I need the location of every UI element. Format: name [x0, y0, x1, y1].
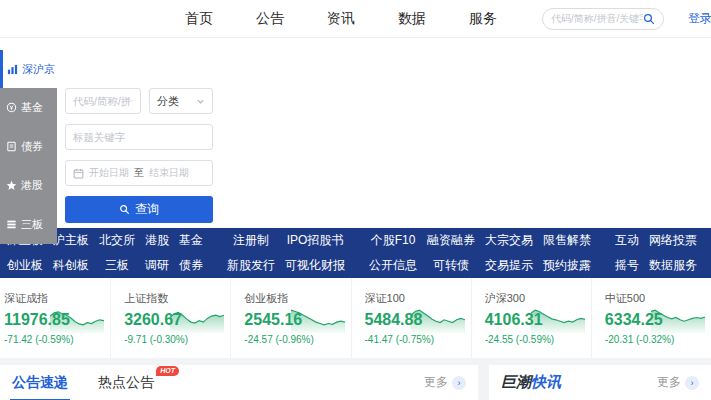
index-card-szcz[interactable]: 深证成指 11976.85 -71.42 (-0.59%)	[0, 278, 110, 358]
search-icon	[119, 204, 130, 215]
mega-link[interactable]: 债券	[179, 257, 203, 274]
sparkline-chart	[411, 303, 465, 333]
end-date-placeholder[interactable]: 结束日期	[149, 166, 189, 180]
sidebar-item-hk-stocks[interactable]: 港股	[0, 166, 57, 205]
sparkline-chart	[651, 303, 705, 333]
arrow-right-icon: ›	[685, 376, 699, 390]
index-card-szzs[interactable]: 上证指数 3260.67 -9.71 (-0.30%)	[110, 278, 230, 358]
sidebar-item-funds[interactable]: 基金	[0, 88, 57, 127]
index-name: 深证100	[365, 291, 411, 306]
global-search-input[interactable]	[551, 13, 643, 24]
star-icon	[6, 180, 17, 191]
mega-link[interactable]: 基金	[179, 232, 203, 249]
mega-link[interactable]: 限售解禁	[543, 232, 591, 249]
mega-link[interactable]: 预约披露	[543, 257, 591, 274]
mega-link[interactable]: 创业板	[7, 257, 43, 274]
global-search[interactable]	[542, 8, 664, 30]
arrow-right-icon: ›	[452, 376, 466, 390]
search-icon[interactable]	[643, 13, 655, 25]
category-value: 分类	[157, 94, 179, 109]
query-button[interactable]: 查询	[65, 196, 213, 223]
bottom-section: 公告速递 热点公告 HOT 更多 › 巨潮快讯 更多 ›	[0, 358, 711, 400]
index-card-cybz[interactable]: 创业板指 2545.16 -24.57 (-0.96%)	[230, 278, 350, 358]
code-input[interactable]	[73, 95, 133, 107]
index-change: -41.47 (-0.75%)	[365, 334, 411, 345]
mega-link[interactable]: 公开信息	[369, 257, 417, 274]
calendar-icon	[73, 168, 84, 179]
sidebar-item-label: 深沪京	[22, 62, 55, 77]
index-card-hs300[interactable]: 沪深300 4106.31 -24.55 (-0.59%)	[471, 278, 591, 358]
announcements-panel: 公告速递 热点公告 HOT 更多 ›	[0, 365, 478, 400]
index-card-zz500[interactable]: 中证500 6334.25 -20.31 (-0.32%)	[591, 278, 711, 358]
date-separator: 至	[134, 166, 144, 180]
mega-link[interactable]: 三板	[99, 257, 135, 274]
mega-group-ipo: 注册制 新股发行 IPO招股书 可视化财报	[222, 232, 350, 274]
mega-link[interactable]: 融资融券	[427, 232, 475, 249]
start-date-placeholder[interactable]: 开始日期	[89, 166, 129, 180]
hot-badge: HOT	[156, 366, 179, 376]
mega-link[interactable]: 个股F10	[369, 232, 417, 249]
mega-group-services: 互动 摇号 网络投票 数据服务	[610, 232, 702, 274]
login-link[interactable]: 登录	[688, 10, 711, 27]
index-strip: 深证成指 11976.85 -71.42 (-0.59%) 上证指数 3260.…	[0, 278, 711, 358]
mega-nav: 深主板 创业板 沪主板 科创板 北交所 三板 港股 调研 基金 债券 注册制 新…	[0, 228, 711, 278]
mega-link[interactable]: 北交所	[99, 232, 135, 249]
mega-link[interactable]: 沪主板	[53, 232, 89, 249]
mega-link[interactable]: 数据服务	[649, 257, 697, 274]
fund-icon	[6, 102, 17, 113]
mega-link[interactable]: 大宗交易	[485, 232, 533, 249]
sparkline-chart	[50, 303, 104, 333]
mega-link[interactable]: 可视化财报	[285, 257, 345, 274]
mega-link[interactable]: 港股	[145, 232, 169, 249]
sparkline-chart	[291, 303, 345, 333]
sidebar-item-third-board[interactable]: 三板	[0, 205, 57, 244]
mega-link[interactable]: 调研	[145, 257, 169, 274]
tab-hot-announcements[interactable]: 热点公告 HOT	[98, 374, 154, 392]
juchao-news-panel: 巨潮快讯 更多 ›	[489, 365, 711, 400]
main-area: 深沪京 基金 债券	[0, 38, 711, 228]
mega-group-stock-info: 个股F10 公开信息 融资融券 可转债 大宗交易 交易提示 限售解禁 预约披露	[364, 232, 596, 274]
mega-link[interactable]: 可转债	[427, 257, 475, 274]
nav-news[interactable]: 资讯	[327, 10, 355, 28]
nav-data[interactable]: 数据	[398, 10, 426, 28]
mega-link[interactable]: 网络投票	[649, 232, 697, 249]
sparkline-chart	[531, 303, 585, 333]
category-select[interactable]: 分类	[149, 88, 213, 114]
keyword-input[interactable]	[73, 131, 205, 143]
mega-link[interactable]: 新股发行	[227, 257, 275, 274]
sidebar-item-shenhujing[interactable]: 深沪京	[0, 50, 57, 88]
nav-home[interactable]: 首页	[185, 10, 213, 28]
mega-link[interactable]: 互动	[615, 232, 639, 249]
nav-services[interactable]: 服务	[469, 10, 497, 28]
index-change: -24.57 (-0.96%)	[244, 334, 290, 345]
market-sidebar: 深沪京 基金 债券	[0, 50, 57, 244]
mega-link[interactable]: IPO招股书	[285, 232, 345, 249]
sidebar-item-bonds[interactable]: 债券	[0, 127, 57, 166]
index-change: -9.71 (-0.30%)	[124, 334, 170, 345]
more-link[interactable]: 更多 ›	[657, 374, 699, 391]
index-value: 5484.88	[365, 311, 411, 329]
index-value: 6334.25	[605, 311, 651, 329]
index-name: 沪深300	[485, 291, 531, 306]
date-range-picker[interactable]: 开始日期 至 结束日期	[65, 160, 213, 186]
index-change: -71.42 (-0.59%)	[4, 334, 50, 345]
nav-announcements[interactable]: 公告	[256, 10, 284, 28]
index-name: 深证成指	[4, 291, 50, 306]
mega-link[interactable]: 摇号	[615, 257, 639, 274]
index-value: 2545.16	[244, 311, 290, 329]
bond-icon	[6, 141, 17, 152]
announcement-query-form: 分类	[65, 88, 213, 223]
more-link[interactable]: 更多 ›	[424, 374, 466, 391]
mega-link[interactable]: 交易提示	[485, 257, 533, 274]
mega-link[interactable]: 注册制	[227, 232, 275, 249]
index-value: 11976.85	[4, 311, 50, 329]
index-name: 上证指数	[124, 291, 170, 306]
sidebar-item-label: 港股	[21, 178, 43, 193]
index-card-sz100[interactable]: 深证100 5484.88 -41.47 (-0.75%)	[351, 278, 471, 358]
mega-link[interactable]: 科创板	[53, 257, 89, 274]
index-change: -24.55 (-0.59%)	[485, 334, 531, 345]
sparkline-chart	[170, 303, 224, 333]
tab-announcement-express[interactable]: 公告速递	[12, 374, 68, 392]
board-icon	[6, 219, 17, 230]
sidebar-item-label: 基金	[21, 100, 43, 115]
